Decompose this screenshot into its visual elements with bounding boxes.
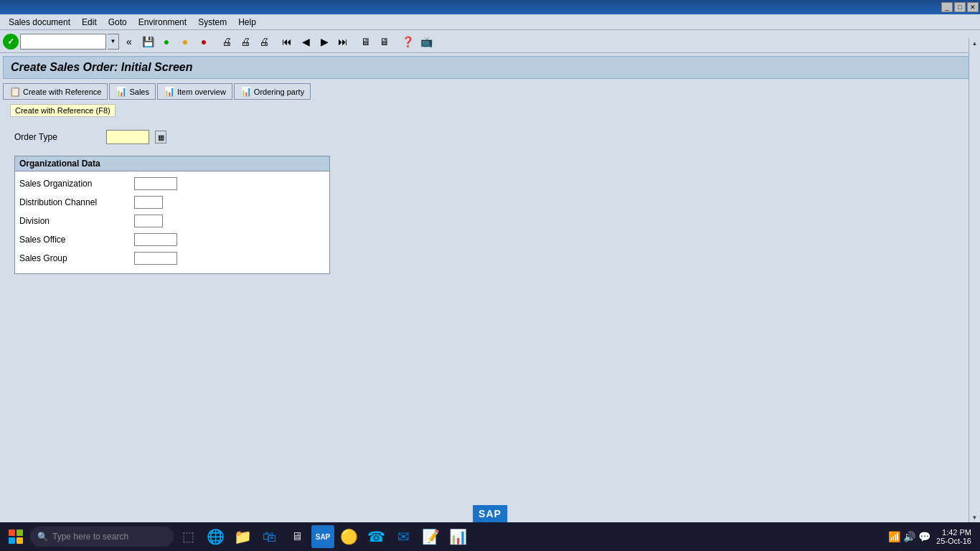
start-button[interactable]: [3, 525, 29, 548]
task-view-button[interactable]: ⬚: [175, 524, 201, 550]
powerpoint-icon[interactable]: 📊: [445, 524, 471, 550]
sales-group-label: Sales Group: [19, 253, 134, 263]
taskbar-right: 📶 🔊 💬 1:42 PM 25-Oct-16: [888, 528, 977, 545]
sales-office-label: Sales Office: [19, 235, 134, 245]
tab-create-reference-icon: 📋: [9, 86, 21, 97]
tab-create-reference-label: Create with Reference: [23, 88, 101, 96]
window-controls[interactable]: _ □ ✕: [941, 2, 979, 12]
order-type-lookup-button[interactable]: ▦: [155, 131, 166, 143]
minimize-button[interactable]: _: [941, 2, 953, 12]
tab-sales[interactable]: 📊 Sales: [109, 83, 156, 100]
cancel-button[interactable]: ●: [195, 33, 212, 50]
system-icons: 📶 🔊 💬: [888, 531, 930, 542]
dist-channel-row: Distribution Channel: [19, 194, 325, 210]
order-type-input[interactable]: [106, 130, 149, 144]
tab-ordering-party-icon: 📊: [240, 86, 252, 97]
clock-time: 1:42 PM: [936, 528, 971, 537]
sales-group-row: Sales Group: [19, 250, 325, 266]
menu-sales-document[interactable]: Sales document: [3, 16, 76, 29]
network-icon[interactable]: 📶: [888, 531, 900, 542]
customize-button[interactable]: 📺: [418, 33, 435, 50]
menu-edit[interactable]: Edit: [76, 16, 103, 29]
close-button[interactable]: ✕: [967, 2, 979, 12]
taskbar: 🔍 Type here to search ⬚ 🌐 📁 🛍 🖥 SAP 🟡 ☎ …: [0, 522, 980, 551]
scroll-up-arrow[interactable]: ▲: [971, 39, 979, 48]
skype-icon[interactable]: ☎: [363, 524, 389, 550]
menu-system[interactable]: System: [192, 16, 232, 29]
division-input[interactable]: [134, 215, 163, 227]
menu-goto[interactable]: Goto: [103, 16, 133, 29]
menu-environment[interactable]: Environment: [133, 16, 192, 29]
store-icon[interactable]: 🛍: [257, 524, 283, 550]
tab-bar: 📋 Create with Reference 📊 Sales 📊 Item o…: [3, 82, 977, 101]
page-title: Create Sales Order: Initial Screen: [11, 61, 192, 73]
shortcut-button[interactable]: ●: [176, 33, 194, 50]
notification-icon[interactable]: 💬: [918, 531, 930, 542]
command-dropdown[interactable]: ▼: [108, 34, 119, 50]
maximize-button[interactable]: □: [954, 2, 966, 12]
tab-ordering-party[interactable]: 📊 Ordering party: [234, 83, 311, 100]
sales-office-input[interactable]: [134, 233, 177, 246]
prev-button[interactable]: ◀: [297, 33, 314, 50]
tab-ordering-party-label: Ordering party: [254, 88, 304, 96]
clock-date: 25-Oct-16: [936, 537, 971, 545]
sales-group-input[interactable]: [134, 252, 177, 265]
toolbar: ✓ ▼ « 💾 ● ● ● 🖨 🖨 🖨 ⏮ ◀ ▶ ⏭ 🖥 🖥 ❓ 📺: [0, 30, 980, 53]
tool1-button[interactable]: 🖥: [357, 33, 374, 50]
scroll-bar[interactable]: ▲ ▼: [969, 39, 980, 522]
word-icon[interactable]: 📝: [418, 524, 443, 550]
help-button[interactable]: ❓: [399, 33, 416, 50]
menu-bar: Sales document Edit Goto Environment Sys…: [0, 14, 980, 30]
tab-item-overview[interactable]: 📊 Item overview: [157, 83, 232, 100]
computer-icon[interactable]: 🖥: [284, 524, 310, 550]
order-type-label: Order Type: [14, 132, 100, 142]
chrome-icon[interactable]: 🟡: [336, 524, 362, 550]
edge-browser-icon[interactable]: 🌐: [202, 524, 228, 550]
tab-item-overview-label: Item overview: [177, 88, 226, 96]
tooltip-label: Create with Reference (F8): [10, 104, 116, 117]
title-bar: _ □ ✕: [0, 0, 980, 14]
ok-button[interactable]: ●: [158, 33, 175, 50]
sales-org-label: Sales Organization: [19, 179, 134, 189]
save-button[interactable]: 💾: [139, 33, 156, 50]
sales-org-input[interactable]: [134, 177, 177, 190]
org-table: Sales Organization Distribution Channel …: [15, 171, 329, 273]
dist-channel-input[interactable]: [134, 196, 163, 209]
windows-logo-icon: [9, 529, 23, 544]
volume-icon[interactable]: 🔊: [903, 531, 915, 542]
menu-help[interactable]: Help: [232, 16, 262, 29]
sales-office-row: Sales Office: [19, 232, 325, 248]
command-input[interactable]: [20, 34, 106, 50]
tab-create-reference[interactable]: 📋 Create with Reference: [3, 83, 108, 100]
org-data-section: Organizational Data Sales Organization D…: [14, 156, 330, 274]
file-explorer-icon[interactable]: 📁: [230, 524, 255, 550]
page-title-bar: Create Sales Order: Initial Screen: [3, 56, 977, 79]
last-button[interactable]: ⏭: [334, 33, 352, 50]
tab-item-overview-icon: 📊: [164, 86, 175, 97]
print2-button[interactable]: 🖨: [237, 33, 254, 50]
mail-icon[interactable]: ✉: [390, 524, 416, 550]
main-area: Create Sales Order: Initial Screen 📋 Cre…: [0, 53, 980, 283]
print-button[interactable]: 🖨: [218, 33, 235, 50]
first-button[interactable]: ⏮: [278, 33, 296, 50]
division-row: Division: [19, 213, 325, 229]
tool2-button[interactable]: 🖥: [376, 33, 393, 50]
taskbar-search[interactable]: 🔍 Type here to search: [30, 527, 174, 547]
org-section-title: Organizational Data: [15, 156, 329, 171]
sales-org-row: Sales Organization: [19, 176, 325, 192]
sap-taskbar-icon[interactable]: SAP: [311, 525, 334, 548]
print3-button[interactable]: 🖨: [255, 33, 273, 50]
dist-channel-label: Distribution Channel: [19, 197, 134, 207]
confirm-button[interactable]: ✓: [3, 34, 19, 50]
scroll-down-arrow[interactable]: ▼: [971, 513, 979, 522]
next-button[interactable]: ▶: [316, 33, 333, 50]
taskbar-clock[interactable]: 1:42 PM 25-Oct-16: [936, 528, 971, 545]
tab-sales-icon: 📊: [116, 86, 127, 97]
back-button[interactable]: «: [121, 33, 138, 50]
sap-logo: SAP: [473, 505, 507, 522]
form-area: Order Type ▦ Organizational Data Sales O…: [3, 124, 977, 280]
tab-sales-label: Sales: [129, 88, 149, 96]
division-label: Division: [19, 216, 134, 226]
taskbar-search-placeholder: Type here to search: [52, 532, 128, 542]
search-icon: 🔍: [37, 532, 48, 542]
